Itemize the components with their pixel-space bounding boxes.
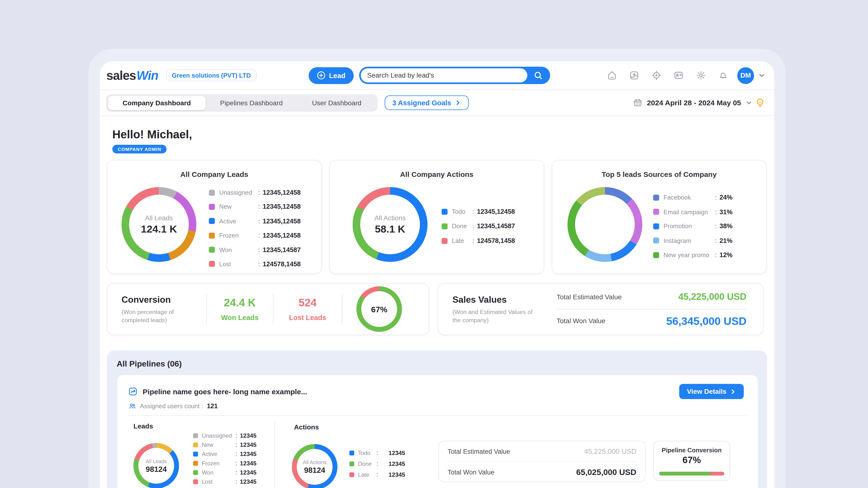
top-sources-card: Top 5 leads Sources of Company Facebook:… [552, 160, 767, 274]
legend-item: Active:12345,12458 [209, 217, 301, 225]
logo-win: Win [136, 68, 158, 83]
company-actions-card: All Company Actions All Actions 58.1 K T… [329, 160, 544, 274]
sales-values-subtitle: (Won and Estimated Values of the company… [453, 308, 539, 324]
stats-cards-row: All Company Leads All Leads 124.1 K Unas… [107, 160, 767, 274]
won-leads-value: 24.4 K [224, 297, 256, 309]
legend-item: New:12345 [193, 442, 256, 448]
pipeline-won-label: Total Won Value [447, 468, 494, 476]
legend-color-chip [653, 223, 659, 229]
legend-color-chip [442, 238, 448, 244]
tips-bulb-icon[interactable] [755, 97, 766, 108]
pipeline-leads-donut: All Leads 98124 [133, 443, 179, 488]
legend-item: Instagram:21% [653, 237, 733, 245]
pipeline-card: Pipeline name goes here- long name examp… [117, 375, 758, 488]
estimated-value-row: Total Estimated Value 45,225,000 USD [557, 286, 747, 309]
sales-values-card: Sales Values (Won and Estimated Values o… [438, 283, 763, 335]
secondary-nav: Company Dashboard Pipelines Dashboard Us… [100, 90, 774, 116]
estimated-value: 45,225,000 USD [678, 292, 746, 303]
pipeline-conversion-box: Pipeline Conversion 67% [653, 441, 730, 481]
add-lead-button[interactable]: Lead [309, 67, 353, 84]
conversion-title: Conversion [122, 294, 206, 304]
legend-color-chip [653, 238, 659, 243]
main-content: Hello! Michael, COMPANY ADMIN All Compan… [100, 128, 774, 488]
tab-company-dashboard[interactable]: Company Dashboard [108, 96, 206, 110]
top-sources-legend: Facebook:24% Email campaign:31% Promotio… [653, 194, 733, 259]
legend-item: Late:12345 [349, 471, 405, 478]
pipeline-conversion-title: Pipeline Conversion [654, 447, 730, 453]
legend-item: Facebook:24% [653, 194, 733, 201]
home-icon[interactable] [607, 70, 618, 81]
view-details-button[interactable]: View Details [679, 384, 744, 399]
date-range-picker[interactable]: 2024 April 28 - 2024 May 05 [633, 98, 752, 107]
legend-color-chip [193, 433, 198, 438]
add-lead-label: Lead [329, 71, 345, 79]
legend-color-chip [209, 233, 215, 238]
pipeline-card-header: Pipeline name goes here- long name examp… [117, 375, 758, 399]
pipeline-conversion-bar [659, 472, 724, 476]
company-badge[interactable]: Green solutions (PVT) LTD [166, 69, 257, 82]
assigned-users-label: Assigned users count : [140, 403, 203, 410]
pipeline-conversion-percent: 67% [654, 455, 730, 466]
pipeline-leads-title: Leads [133, 422, 153, 430]
top-sources-donut [567, 187, 643, 262]
company-leads-title: All Company Leads [107, 170, 321, 178]
pipeline-won-value: 65,025,000 USD [576, 467, 637, 477]
legend-item: Todo:12345,12458 [442, 208, 515, 216]
legend-item: Won:12345,14587 [209, 246, 301, 254]
search-bar [359, 67, 550, 84]
logo[interactable]: sales Win [106, 68, 158, 83]
pipeline-icon [128, 387, 138, 396]
conversion-gauge: 67% [356, 286, 402, 332]
tab-user-dashboard[interactable]: User Dashboard [297, 96, 376, 110]
legend-item: Promotion:38% [653, 222, 733, 230]
legend-color-chip [349, 472, 354, 477]
pipeline-won-row: Total Won Value 65,025,000 USD [447, 462, 636, 482]
legend-item: Todo:12345 [349, 450, 405, 456]
conversion-percent: 67% [371, 304, 388, 314]
app-window: sales Win Green solutions (PVT) LTD Lead [100, 61, 774, 488]
legend-color-chip [209, 218, 215, 224]
search-input[interactable] [361, 68, 527, 83]
won-value-label: Total Won Value [557, 317, 606, 325]
legend-color-chip [349, 450, 354, 455]
plus-circle-icon [317, 71, 326, 80]
assigned-goals-button[interactable]: 3 Assigned Goals [384, 95, 468, 110]
lost-leads-value: 524 [299, 297, 317, 309]
estimated-value-label: Total Estimated Value [557, 293, 622, 301]
pipeline-estimated-label: Total Estimated Value [447, 448, 510, 455]
legend-color-chip [193, 451, 198, 456]
notifications-icon[interactable] [718, 70, 728, 81]
won-value: 56,345,000 USD [666, 315, 746, 327]
role-badge: COMPANY ADMIN [112, 145, 167, 154]
legend-item: Lost:124578,1458 [209, 260, 301, 268]
legend-item: Late:124578,1458 [442, 237, 515, 245]
company-leads-legend: Unassigned:12345,12458 New:12345,12458 A… [209, 189, 301, 268]
inbox-icon[interactable] [629, 70, 640, 81]
settings-icon[interactable] [695, 70, 707, 81]
pipeline-actions-donut: All Actions 98124 [292, 444, 338, 488]
users-icon [128, 402, 136, 410]
search-icon [534, 71, 543, 80]
sales-values-rows: Total Estimated Value 45,225,000 USD Tot… [541, 286, 763, 333]
contact-card-icon[interactable] [673, 70, 684, 81]
date-chevron-down-icon [745, 99, 752, 106]
tab-pipelines-dashboard[interactable]: Pipelines Dashboard [206, 96, 297, 110]
dashboard-tabs: Company Dashboard Pipelines Dashboard Us… [106, 94, 378, 111]
pipeline-values-box: Total Estimated Value 45,225,000 USD Tot… [438, 441, 646, 482]
conversion-gauge-center: 67% [362, 291, 397, 327]
company-leads-donut: All Leads 124.1 K [122, 187, 196, 262]
view-details-label: View Details [687, 388, 726, 395]
lost-leads-label: Lost Leads [289, 314, 326, 322]
legend-color-chip [193, 470, 198, 475]
avatar-chevron-down-icon[interactable] [758, 72, 766, 79]
greeting-block: Hello! Michael, COMPANY ADMIN [112, 128, 767, 154]
legend-item: Email campaign:31% [653, 208, 733, 216]
company-leads-donut-center: All Leads 124.1 K [129, 195, 189, 255]
legend-color-chip [209, 261, 215, 267]
target-icon[interactable] [651, 70, 662, 81]
search-button[interactable] [527, 67, 550, 84]
won-leads-label: Won Leads [221, 314, 258, 322]
avatar[interactable]: DM [737, 67, 754, 84]
page-title: Hello! Michael, [112, 128, 767, 141]
assigned-users-row: Assigned users count : 121 [117, 402, 758, 410]
